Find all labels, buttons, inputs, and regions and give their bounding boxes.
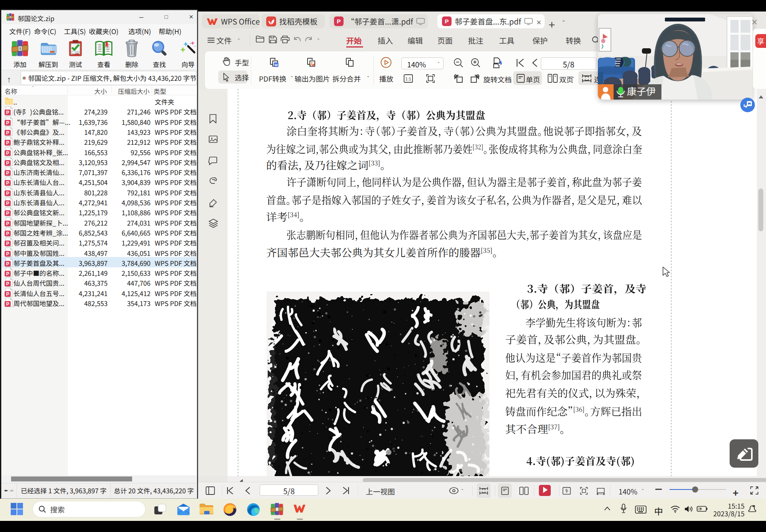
svg-text:P: P [6,191,9,196]
svg-text:P: P [6,120,9,126]
svg-text:P: P [6,301,9,307]
svg-text:P: P [6,201,9,206]
svg-text:P: P [6,151,9,156]
svg-text:P: P [6,281,9,286]
svg-text:P: P [6,291,9,297]
svg-text:P: P [6,160,9,166]
svg-text:P: P [6,110,9,115]
svg-text:P: P [6,211,9,216]
svg-text:P: P [6,271,9,277]
svg-text:P: P [6,241,9,246]
svg-text:P: P [6,251,9,257]
svg-text:P: P [445,18,448,25]
svg-text:P: P [6,261,9,267]
svg-text:P: P [6,170,9,176]
svg-text:P: P [6,221,9,226]
svg-text:康子伊: 康子伊 [627,84,656,98]
svg-text:P: P [337,18,340,25]
svg-text:P: P [6,130,9,136]
svg-text:1:1: 1:1 [405,77,411,81]
svg-text:P: P [6,140,9,146]
svg-text:P: P [6,180,9,186]
svg-text:P: P [6,231,9,236]
svg-text:W: W [275,63,278,67]
